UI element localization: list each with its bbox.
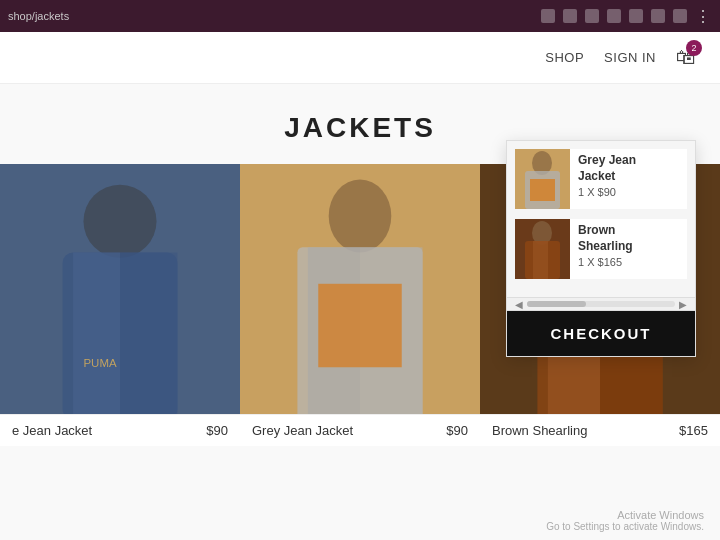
cart-items-list[interactable]: Grey JeanJacket 1 X $90 BrownShearling [507, 141, 695, 297]
product-name-3: Brown Shearling [492, 423, 587, 438]
product-info-2: Grey Jean Jacket $90 [240, 414, 480, 446]
cart-scroll-thumb [527, 301, 586, 307]
svg-text:PUMA: PUMA [83, 357, 116, 369]
cart-scroll-bar[interactable]: ◀ ▶ [507, 297, 695, 311]
cart-item-qty-1: 1 X $90 [578, 186, 636, 198]
product-price-2: $90 [446, 423, 468, 438]
cart-item-qty-2: 1 X $165 [578, 256, 633, 268]
main-content: JACKETS PUMA e Jean Jacket $90 [0, 84, 720, 540]
svg-point-7 [329, 179, 392, 252]
cart-item-name-1: Grey JeanJacket [578, 153, 636, 184]
product-card-2[interactable]: Grey Jean Jacket $90 [240, 164, 480, 464]
more-icon[interactable]: ⋮ [695, 7, 712, 26]
scroll-right-arrow[interactable]: ▶ [675, 299, 691, 310]
svg-point-1 [83, 185, 156, 258]
product-price-1: $90 [206, 423, 228, 438]
product-image-1: PUMA [0, 164, 240, 414]
product-image-2 [240, 164, 480, 414]
activate-windows-watermark: Activate Windows Go to Settings to activ… [546, 509, 704, 532]
cart-item-1: Grey JeanJacket 1 X $90 [515, 149, 687, 209]
svg-rect-20 [530, 179, 555, 201]
window-icon[interactable] [651, 9, 665, 23]
cart-item-name-2: BrownShearling [578, 223, 633, 254]
scroll-left-arrow[interactable]: ◀ [511, 299, 527, 310]
image-icon[interactable] [607, 9, 621, 23]
signin-link[interactable]: SIGN IN [604, 50, 656, 65]
svg-rect-24 [533, 241, 548, 279]
svg-rect-11 [318, 284, 401, 367]
share-icon[interactable] [563, 9, 577, 23]
navbar: SHOP SIGN IN 🛍 2 [0, 32, 720, 84]
avatar-icon[interactable] [673, 9, 687, 23]
product-name-2: Grey Jean Jacket [252, 423, 353, 438]
cart-item-details-2: BrownShearling 1 X $165 [578, 219, 633, 272]
product-card-1[interactable]: PUMA e Jean Jacket $90 [0, 164, 240, 464]
browser-icons: ⋮ [541, 7, 712, 26]
cart-badge: 2 [686, 40, 702, 56]
cart-button[interactable]: 🛍 2 [676, 46, 696, 69]
browser-url: shop/jackets [8, 10, 69, 22]
activate-windows-title: Activate Windows [546, 509, 704, 521]
cart-dropdown: Grey JeanJacket 1 X $90 BrownShearling [506, 140, 696, 357]
star-icon[interactable] [585, 9, 599, 23]
product-name-1: e Jean Jacket [12, 423, 92, 438]
nav-links: SHOP SIGN IN 🛍 2 [545, 46, 696, 69]
cart-item-image-2 [515, 219, 570, 279]
checkout-button[interactable]: CHECKOUT [507, 311, 695, 356]
cart-item-2: BrownShearling 1 X $165 [515, 219, 687, 279]
activate-windows-subtitle: Go to Settings to activate Windows. [546, 521, 704, 532]
upload-icon[interactable] [541, 9, 555, 23]
product-price-3: $165 [679, 423, 708, 438]
product-info-1: e Jean Jacket $90 [0, 414, 240, 446]
cart-item-details-1: Grey JeanJacket 1 X $90 [578, 149, 636, 202]
browser-bar: shop/jackets ⋮ [0, 0, 720, 32]
svg-rect-3 [73, 252, 120, 414]
svg-rect-4 [120, 252, 177, 414]
cart-scroll-track [527, 301, 675, 307]
shop-link[interactable]: SHOP [545, 50, 584, 65]
product-info-3: Brown Shearling $165 [480, 414, 720, 446]
puzzle-icon[interactable] [629, 9, 643, 23]
cart-item-image-1 [515, 149, 570, 209]
